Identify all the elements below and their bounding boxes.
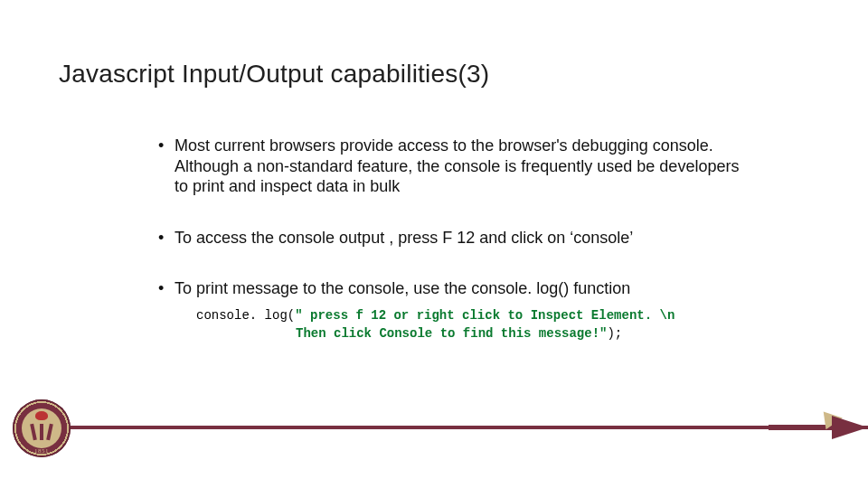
code-example: console. log(" press f 12 or right click… xyxy=(196,306,746,343)
code-string-1: " press f 12 or right click to Inspect E… xyxy=(295,308,675,323)
code-line-2: Then click Console to find this message!… xyxy=(296,324,746,343)
code-line-1: console. log(" press f 12 or right click… xyxy=(196,306,746,324)
bullet-item-2: To access the console output , press F 1… xyxy=(158,228,746,249)
bullet-list: Most current browsers provide access to … xyxy=(158,136,746,343)
code-suffix: ); xyxy=(607,326,622,341)
seal-year: 1851 xyxy=(13,447,71,455)
slide-title: Javascript Input/Output capabilities(3) xyxy=(59,60,489,89)
content-area: Most current browsers provide access to … xyxy=(158,136,746,373)
fsu-seal-icon: 1851 xyxy=(13,399,71,457)
code-call: console. log( xyxy=(196,308,295,323)
bullet-item-3: To print message to the console, use the… xyxy=(158,278,746,343)
code-string-2: Then click Console to find this message!… xyxy=(296,326,607,341)
footer-divider xyxy=(71,426,868,429)
slide: Javascript Input/Output capabilities(3) … xyxy=(0,0,868,488)
bullet-item-1: Most current browsers provide access to … xyxy=(158,136,746,197)
bullet-item-3-text: To print message to the console, use the… xyxy=(175,279,630,297)
spear-icon xyxy=(769,416,868,439)
